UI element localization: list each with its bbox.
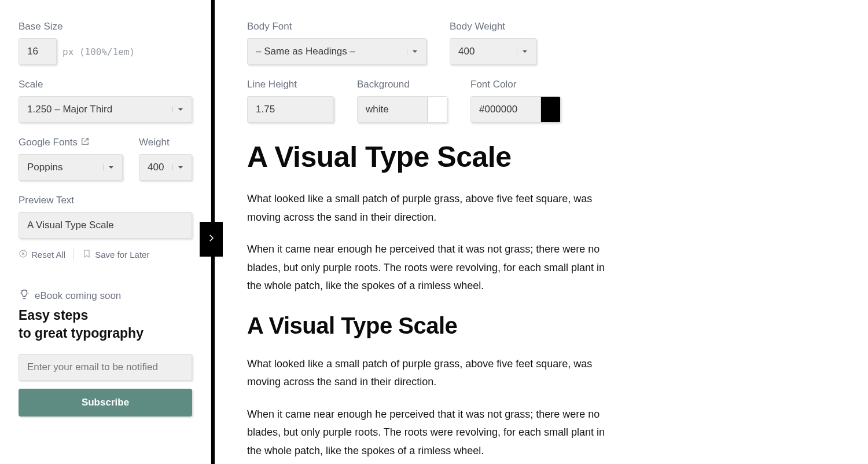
- font-color-text[interactable]: [471, 97, 540, 122]
- chevron-down-icon: [172, 107, 183, 112]
- background-swatch[interactable]: [427, 97, 447, 122]
- email-input[interactable]: [19, 354, 192, 381]
- base-size-label: Base Size: [19, 21, 192, 32]
- scale-label: Scale: [19, 79, 192, 90]
- preview-heading: A Visual Type Scale: [247, 140, 617, 174]
- sidebar: Base Size px (100%/1em) Scale 1.250 – Ma…: [0, 0, 211, 464]
- line-height-field: Line Height: [247, 79, 334, 123]
- body-font-field: Body Font – Same as Headings –: [247, 21, 426, 65]
- preview-paragraph: When it came near enough he perceived th…: [247, 240, 617, 295]
- preview-paragraph: What looked like a small patch of purple…: [247, 190, 617, 226]
- weight-field: Weight 400: [139, 137, 192, 181]
- preview-paragraph: What looked like a small patch of purple…: [247, 355, 617, 392]
- preview-text-label: Preview Text: [19, 195, 192, 206]
- preview-sample-h1: A Visual Type Scale What looked like a s…: [247, 140, 617, 295]
- google-fonts-value: Poppins: [27, 162, 62, 173]
- scale-field: Scale 1.250 – Major Third: [19, 79, 192, 123]
- collapse-toggle[interactable]: [200, 222, 223, 257]
- promo-eyebrow-text: eBook coming soon: [35, 290, 121, 302]
- google-fonts-label: Google Fonts: [19, 137, 128, 148]
- line-height-input[interactable]: [247, 96, 334, 123]
- chevron-down-icon: [103, 165, 114, 170]
- body-weight-field: Body Weight 400: [450, 21, 536, 65]
- preview-text-field: Preview Text: [19, 195, 192, 239]
- weight-select[interactable]: 400: [139, 154, 192, 181]
- body-font-select[interactable]: – Same as Headings –: [247, 38, 426, 65]
- preview-sample-h2: A Visual Type Scale What looked like a s…: [247, 313, 617, 461]
- font-color-field: Font Color: [470, 79, 561, 123]
- google-fonts-field: Google Fonts Poppins: [19, 137, 128, 181]
- line-height-label: Line Height: [247, 79, 334, 90]
- external-link-icon[interactable]: [81, 137, 89, 148]
- base-size-field: Base Size px (100%/1em): [19, 21, 192, 79]
- bookmark-icon: [82, 249, 91, 260]
- resize-divider[interactable]: [211, 0, 215, 464]
- body-weight-value: 400: [458, 46, 475, 57]
- weight-value: 400: [148, 162, 164, 173]
- close-circle-icon: [19, 249, 28, 260]
- scale-select[interactable]: 1.250 – Major Third: [19, 96, 192, 123]
- chevron-right-icon: [206, 233, 216, 246]
- preview-paragraph: When it came near enough he perceived th…: [247, 405, 617, 461]
- background-input[interactable]: [357, 96, 447, 123]
- font-color-swatch[interactable]: [540, 97, 560, 122]
- base-size-input[interactable]: [19, 38, 57, 65]
- base-size-unit: px (100%/1em): [62, 46, 135, 57]
- preview-panel: Body Font – Same as Headings – Body Weig…: [215, 0, 868, 464]
- chevron-down-icon: [517, 49, 528, 54]
- save-later-button[interactable]: Save for Later: [82, 249, 149, 260]
- chevron-down-icon: [172, 165, 183, 170]
- scale-value: 1.250 – Major Third: [27, 104, 112, 115]
- google-fonts-select[interactable]: Poppins: [19, 154, 123, 181]
- divider: [73, 248, 74, 261]
- subscribe-button[interactable]: Subscribe: [19, 389, 192, 416]
- body-font-value: – Same as Headings –: [256, 46, 355, 57]
- background-field: Background: [357, 79, 447, 123]
- lightbulb-icon: [19, 288, 30, 303]
- font-color-label: Font Color: [470, 79, 561, 90]
- promo-headline: Easy steps to great typography: [19, 306, 192, 342]
- reset-all-button[interactable]: Reset All: [19, 249, 65, 260]
- chevron-down-icon: [407, 49, 418, 54]
- promo-box: eBook coming soon Easy steps to great ty…: [19, 288, 192, 416]
- background-label: Background: [357, 79, 447, 90]
- body-weight-select[interactable]: 400: [450, 38, 536, 65]
- weight-label: Weight: [139, 137, 192, 148]
- preview-text-input[interactable]: [19, 212, 192, 239]
- sidebar-actions: Reset All Save for Later: [19, 248, 192, 261]
- background-text[interactable]: [358, 97, 427, 122]
- body-font-label: Body Font: [247, 21, 426, 32]
- body-weight-label: Body Weight: [450, 21, 536, 32]
- font-color-input[interactable]: [470, 96, 561, 123]
- preview-heading: A Visual Type Scale: [247, 313, 617, 339]
